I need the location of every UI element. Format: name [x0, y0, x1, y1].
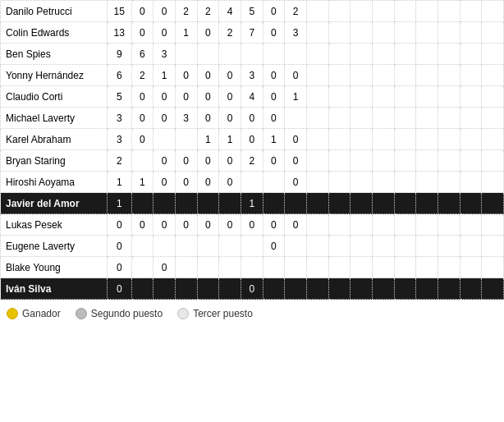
data-cell	[460, 44, 482, 65]
rider-name: Bryan Staring	[1, 150, 108, 172]
data-cell: 1	[285, 86, 307, 108]
data-cell	[175, 278, 197, 300]
data-cell: 1	[241, 193, 263, 214]
data-cell: 0	[197, 65, 219, 86]
rider-name: Hiroshi Aoyama	[1, 172, 108, 193]
data-cell: 4	[241, 86, 263, 108]
data-cell	[372, 108, 394, 129]
legend-item-segundo: Segundo puesto	[76, 308, 163, 319]
data-cell: 0	[131, 108, 153, 129]
data-cell: 13	[108, 22, 132, 44]
data-cell	[351, 236, 373, 257]
data-cell	[153, 129, 176, 150]
tercero-dot	[177, 308, 189, 319]
data-cell	[438, 44, 460, 65]
legend-item-tercero: Tercer puesto	[177, 308, 253, 319]
data-cell: 2	[241, 150, 263, 172]
data-cell: 0	[153, 86, 176, 108]
data-cell	[416, 44, 438, 65]
data-cell: 0	[197, 108, 219, 129]
data-cell	[131, 257, 153, 278]
data-cell	[482, 257, 504, 278]
data-cell: 0	[108, 214, 132, 236]
data-cell: 0	[263, 1, 285, 22]
data-cell	[482, 150, 504, 172]
data-cell	[306, 193, 328, 214]
data-cell: 0	[153, 1, 176, 22]
data-cell	[438, 65, 460, 86]
data-cell	[197, 278, 219, 300]
data-cell	[285, 193, 307, 214]
data-cell	[306, 172, 328, 193]
data-cell	[460, 150, 482, 172]
data-cell	[394, 44, 416, 65]
data-cell: 0	[219, 172, 241, 193]
data-cell	[131, 193, 153, 214]
data-cell	[241, 44, 263, 65]
data-cell	[219, 236, 241, 257]
rider-name: Eugene Laverty	[1, 236, 108, 257]
data-cell: 1	[175, 22, 197, 44]
data-cell	[482, 65, 504, 86]
data-cell	[351, 108, 373, 129]
data-cell	[416, 193, 438, 214]
data-cell	[241, 172, 263, 193]
data-cell: 0	[241, 108, 263, 129]
data-cell: 2	[219, 22, 241, 44]
data-cell	[416, 1, 438, 22]
data-cell: 0	[219, 108, 241, 129]
data-cell: 0	[131, 214, 153, 236]
data-cell	[285, 44, 307, 65]
data-cell: 1	[197, 129, 219, 150]
rider-name: Karel Abraham	[1, 129, 108, 150]
data-cell	[394, 22, 416, 44]
data-cell: 0	[197, 172, 219, 193]
data-cell: 3	[241, 65, 263, 86]
data-cell	[263, 193, 285, 214]
data-cell	[263, 257, 285, 278]
data-cell	[351, 1, 373, 22]
data-cell	[438, 150, 460, 172]
data-cell	[460, 65, 482, 86]
data-cell	[416, 150, 438, 172]
data-cell: 0	[219, 86, 241, 108]
data-cell: 0	[263, 150, 285, 172]
data-cell	[482, 236, 504, 257]
data-cell: 0	[285, 214, 307, 236]
data-cell	[153, 236, 176, 257]
data-cell	[438, 129, 460, 150]
data-cell	[328, 214, 351, 236]
data-cell: 0	[175, 150, 197, 172]
data-cell: 0	[285, 129, 307, 150]
rider-name: Colin Edwards	[1, 22, 108, 44]
data-cell	[460, 214, 482, 236]
data-cell	[482, 1, 504, 22]
data-cell	[416, 214, 438, 236]
data-cell: 0	[131, 129, 153, 150]
data-cell	[241, 236, 263, 257]
data-cell	[197, 257, 219, 278]
data-cell: 0	[263, 214, 285, 236]
data-cell	[482, 108, 504, 129]
data-cell	[175, 44, 197, 65]
data-cell	[394, 1, 416, 22]
data-cell: 0	[197, 150, 219, 172]
data-cell	[460, 193, 482, 214]
data-cell	[263, 278, 285, 300]
data-cell	[372, 278, 394, 300]
data-cell	[416, 172, 438, 193]
data-cell	[438, 257, 460, 278]
data-cell: 0	[153, 150, 176, 172]
data-cell	[328, 193, 351, 214]
data-cell: 1	[153, 65, 176, 86]
data-cell	[306, 214, 328, 236]
data-cell	[197, 44, 219, 65]
rider-name: Blake Young	[1, 257, 108, 278]
data-cell	[416, 236, 438, 257]
data-cell	[372, 1, 394, 22]
data-cell: 0	[285, 65, 307, 86]
data-cell	[482, 172, 504, 193]
data-cell	[438, 1, 460, 22]
data-cell	[175, 129, 197, 150]
data-cell: 0	[108, 236, 132, 257]
